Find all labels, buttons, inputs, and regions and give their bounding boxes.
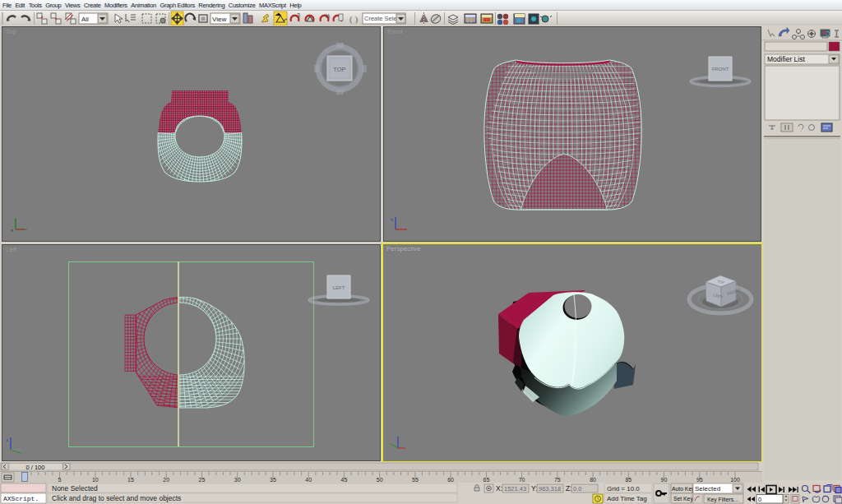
svg-text:( ): ( ) [349,14,358,25]
svg-text:Create Sele: Create Sele [364,15,397,22]
svg-text:FRONT: FRONT [712,67,729,72]
svg-text:Set Key: Set Key [673,496,693,502]
svg-text:Add Time Tag: Add Time Tag [607,495,647,502]
svg-text:1521.43: 1521.43 [504,485,526,492]
svg-text:90: 90 [661,477,668,483]
svg-text:All: All [81,16,89,23]
svg-text:AXScript.: AXScript. [3,495,39,502]
svg-text:55: 55 [412,477,419,483]
svg-text:TOP: TOP [333,66,345,73]
svg-text:LEFT: LEFT [333,285,345,290]
svg-text:40: 40 [305,477,312,483]
svg-text:80: 80 [590,477,596,483]
svg-text:0 / 100: 0 / 100 [26,464,45,471]
svg-text:10: 10 [92,477,99,483]
svg-text:Grid = 10.0: Grid = 10.0 [607,485,640,492]
svg-text:5: 5 [58,477,62,483]
svg-text:70: 70 [519,477,525,483]
svg-text:25: 25 [199,477,206,483]
svg-text:35: 35 [270,477,276,483]
svg-text:85: 85 [625,477,632,483]
svg-text:20: 20 [163,477,169,483]
svg-text:X:: X: [496,484,502,492]
svg-text:None Selected: None Selected [52,484,98,492]
svg-text:View: View [212,16,226,23]
svg-text:15: 15 [127,477,134,483]
svg-text:Modifier List: Modifier List [767,55,805,63]
svg-text:x: x [11,228,13,233]
svg-text:45: 45 [341,477,348,483]
svg-text:65: 65 [483,477,490,483]
svg-text:Key Filters...: Key Filters... [707,497,738,503]
svg-text:0.0: 0.0 [573,485,581,492]
svg-text:%: % [325,13,330,19]
svg-text:3: 3 [297,12,300,18]
svg-text:50: 50 [377,477,383,483]
svg-text:100: 100 [730,477,740,483]
svg-text:Selected: Selected [695,485,720,492]
svg-text:Y:: Y: [531,484,538,492]
svg-text:Click and drag to select and m: Click and drag to select and move object… [52,494,181,502]
svg-text:z: z [6,437,8,442]
svg-text:z: z [391,217,393,222]
svg-text:963.318: 963.318 [539,485,561,492]
svg-text:95: 95 [696,477,703,483]
svg-text:60: 60 [447,477,454,483]
svg-text:75: 75 [554,477,561,483]
svg-text:Auto Key: Auto Key [672,486,695,492]
svg-text:Z:: Z: [566,484,572,492]
svg-text:0: 0 [758,496,761,503]
svg-text:30: 30 [234,477,241,483]
